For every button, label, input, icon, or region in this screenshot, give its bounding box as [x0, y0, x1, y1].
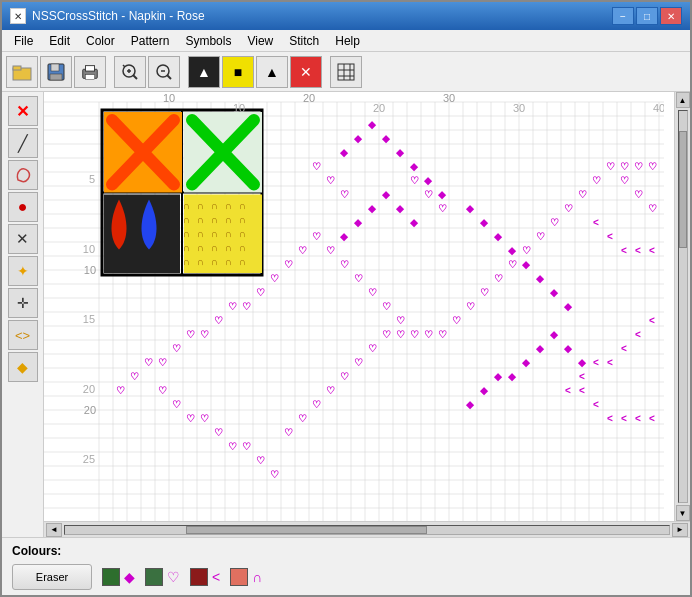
svg-line-12	[133, 75, 137, 79]
colour-item-2[interactable]: ♡	[145, 568, 180, 586]
colour-item-1[interactable]: ◆	[102, 568, 135, 586]
menubar: File Edit Color Pattern Symbols View Sti…	[2, 30, 690, 52]
zoom-in-button[interactable]	[114, 56, 146, 88]
titlebar-controls[interactable]: − □ ✕	[612, 7, 682, 25]
dot-tool[interactable]: ●	[8, 192, 38, 222]
colour-symbol-3: <	[212, 569, 220, 585]
colours-label: Colours:	[12, 544, 680, 558]
print-button[interactable]	[74, 56, 106, 88]
arrow-up-button[interactable]: ▲	[256, 56, 288, 88]
svg-rect-1	[13, 66, 21, 70]
window-title: NSSCrossStitch - Napkin - Rose	[32, 9, 205, 23]
horizontal-scrollbar[interactable]: ◄ ►	[44, 521, 690, 537]
cross-tool[interactable]: ✕	[8, 224, 38, 254]
colour-item-4[interactable]: ∩	[230, 568, 262, 586]
stitch-canvas[interactable]	[44, 92, 664, 521]
svg-rect-16	[338, 64, 354, 80]
star-tool[interactable]: ✦	[8, 256, 38, 286]
zigzag-tool[interactable]: <>	[8, 320, 38, 350]
left-toolbar: ✕ ╱ ● ✕ ✦ ✛ <> ◆	[2, 92, 44, 537]
grid-button[interactable]	[330, 56, 362, 88]
svg-line-9	[123, 65, 125, 67]
save-button[interactable]	[40, 56, 72, 88]
colour-swatch-4	[230, 568, 248, 586]
move-tool[interactable]: ✛	[8, 288, 38, 318]
scroll-right-button[interactable]: ►	[672, 523, 688, 537]
scroll-left-button[interactable]: ◄	[46, 523, 62, 537]
lasso-tool[interactable]	[8, 160, 38, 190]
toolbar: ▲ ■ ▲ ✕	[2, 52, 690, 92]
hscroll-track[interactable]	[64, 525, 670, 535]
vscroll-thumb[interactable]	[679, 131, 687, 248]
eraser-button[interactable]: Eraser	[12, 564, 92, 590]
colour-swatch-1	[102, 568, 120, 586]
close-button[interactable]: ✕	[660, 7, 682, 25]
colours-row: Eraser ◆ ♡ < ∩	[12, 564, 680, 590]
line-tool[interactable]: ╱	[8, 128, 38, 158]
svg-rect-7	[85, 74, 94, 79]
status-bar: Colours: Eraser ◆ ♡ < ∩	[2, 537, 690, 597]
canvas-container: ▲ ▼ ◄ ►	[44, 92, 690, 537]
svg-line-15	[167, 75, 171, 79]
open-button[interactable]	[6, 56, 38, 88]
scroll-up-button[interactable]: ▲	[676, 92, 690, 108]
svg-rect-6	[85, 65, 94, 70]
svg-rect-4	[50, 74, 62, 80]
hscroll-thumb[interactable]	[186, 526, 428, 534]
colour-symbol-2: ♡	[167, 569, 180, 585]
menu-file[interactable]: File	[6, 32, 41, 50]
diamond-tool[interactable]: ◆	[8, 352, 38, 382]
colour-symbol-1: ◆	[124, 569, 135, 585]
cancel-button[interactable]: ✕	[290, 56, 322, 88]
menu-view[interactable]: View	[239, 32, 281, 50]
vertical-scrollbar[interactable]: ▲ ▼	[674, 92, 690, 521]
menu-help[interactable]: Help	[327, 32, 368, 50]
canvas-with-vscroll: ▲ ▼	[44, 92, 690, 521]
menu-pattern[interactable]: Pattern	[123, 32, 178, 50]
menu-stitch[interactable]: Stitch	[281, 32, 327, 50]
colour-symbol-4: ∩	[252, 569, 262, 585]
yellow-fill-button[interactable]: ■	[222, 56, 254, 88]
stitch-canvas-area[interactable]	[44, 92, 674, 521]
colour-item-3[interactable]: <	[190, 568, 220, 586]
titlebar: ✕ NSSCrossStitch - Napkin - Rose − □ ✕	[2, 2, 690, 30]
zoom-out-button[interactable]	[148, 56, 180, 88]
black-fill-button[interactable]: ▲	[188, 56, 220, 88]
colour-swatch-2	[145, 568, 163, 586]
titlebar-left: ✕ NSSCrossStitch - Napkin - Rose	[10, 8, 205, 24]
colour-swatch-3	[190, 568, 208, 586]
menu-color[interactable]: Color	[78, 32, 123, 50]
vscroll-track[interactable]	[678, 110, 688, 503]
main-area: ✕ ╱ ● ✕ ✦ ✛ <> ◆ ▲ ▼ ◄	[2, 92, 690, 537]
scroll-down-button[interactable]: ▼	[676, 505, 690, 521]
svg-rect-3	[51, 64, 59, 71]
menu-symbols[interactable]: Symbols	[177, 32, 239, 50]
minimize-button[interactable]: −	[612, 7, 634, 25]
maximize-button[interactable]: □	[636, 7, 658, 25]
menu-edit[interactable]: Edit	[41, 32, 78, 50]
eraser-tool[interactable]: ✕	[8, 96, 38, 126]
app-icon: ✕	[10, 8, 26, 24]
